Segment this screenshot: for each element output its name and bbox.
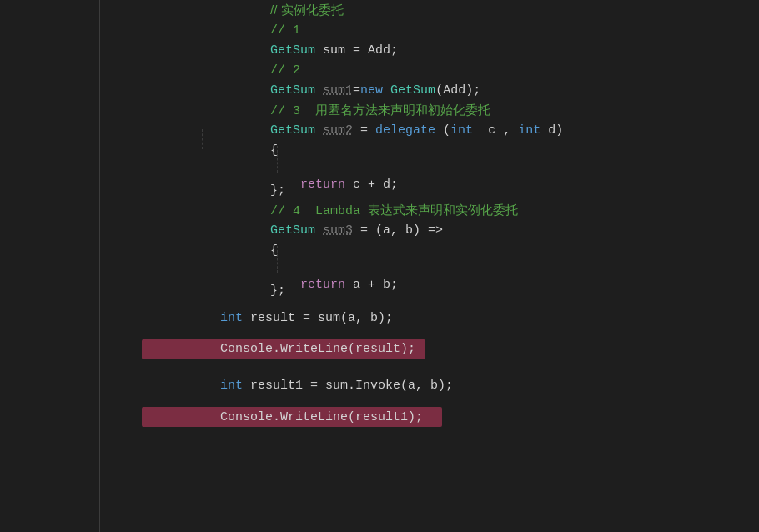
section-2: int result = sum(a, b); Console.WriteLin… (108, 308, 759, 427)
code-area: // 实例化委托 // 1 GetSum sum = Add; // 2 (100, 0, 759, 532)
line-gutter (0, 0, 100, 532)
code-line: int result = sum(a, b); (108, 308, 759, 328)
code-line: int result1 = sum.Invoke(a, b); (108, 376, 759, 396)
section-1: // 实例化委托 // 1 GetSum sum = Add; // 2 (108, 0, 759, 300)
code-line-highlighted: Console.WriteLine(result1); (142, 407, 442, 427)
code-line-highlighted: Console.WriteLine(result); (142, 339, 425, 359)
editor: // 实例化委托 // 1 GetSum sum = Add; // 2 (0, 0, 759, 532)
